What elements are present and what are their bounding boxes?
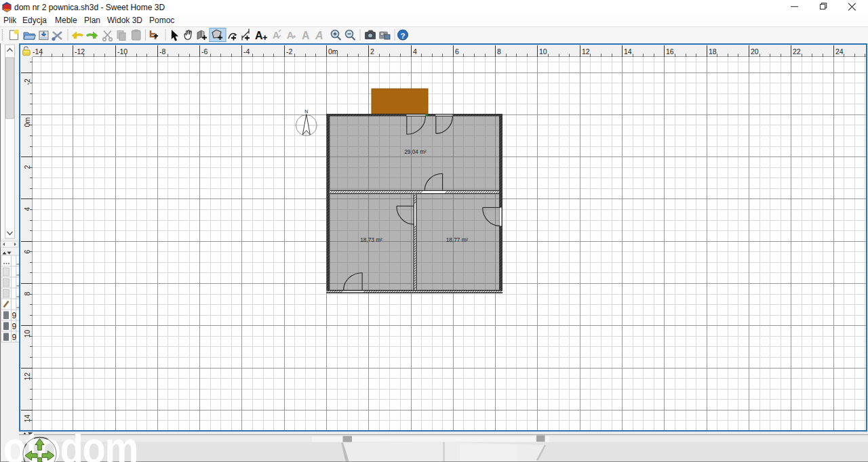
svg-text:12: 12: [582, 47, 590, 56]
svg-text:-12: -12: [75, 47, 85, 56]
svg-text:-8: -8: [159, 47, 165, 56]
svg-text:9: 9: [12, 311, 17, 320]
svg-text:A: A: [302, 30, 310, 41]
svg-text:0m: 0m: [328, 47, 338, 56]
svg-text:10: 10: [23, 330, 31, 338]
svg-text:9: 9: [12, 333, 17, 342]
svg-text:29,04 m²: 29,04 m²: [404, 148, 427, 155]
svg-text:A: A: [315, 30, 323, 41]
svg-text:14: 14: [624, 47, 632, 56]
svg-text:A: A: [273, 30, 279, 41]
svg-text:18,73 m²: 18,73 m²: [360, 236, 382, 243]
svg-text:14: 14: [23, 415, 31, 423]
svg-text:24: 24: [835, 47, 844, 56]
svg-text:?: ?: [400, 32, 405, 40]
svg-text:4: 4: [23, 207, 31, 211]
svg-text:10: 10: [539, 47, 547, 56]
svg-text:N: N: [304, 109, 308, 114]
svg-text:6: 6: [23, 250, 31, 254]
svg-text:9: 9: [12, 322, 17, 331]
svg-text:-2: -2: [23, 79, 31, 85]
svg-text:4: 4: [413, 47, 417, 56]
svg-text:22: 22: [793, 47, 801, 56]
svg-text:-4: -4: [243, 47, 250, 56]
svg-text:12: 12: [23, 373, 31, 381]
svg-text:A: A: [287, 30, 294, 41]
svg-text:18,77 m²: 18,77 m²: [446, 236, 469, 243]
svg-text:-14: -14: [33, 47, 43, 56]
svg-text:-10: -10: [117, 47, 127, 56]
svg-text:8: 8: [23, 292, 31, 296]
svg-text:20: 20: [751, 47, 759, 56]
svg-text:6: 6: [455, 47, 459, 56]
svg-text:8: 8: [497, 47, 501, 56]
svg-text:-6: -6: [201, 47, 208, 56]
svg-text:18: 18: [709, 47, 717, 56]
svg-text:2: 2: [370, 47, 374, 56]
svg-text:16: 16: [666, 47, 674, 56]
svg-text:2: 2: [23, 165, 31, 169]
svg-text:-2: -2: [286, 47, 292, 56]
svg-text:0m: 0m: [23, 117, 31, 127]
svg-text:A: A: [255, 30, 263, 41]
